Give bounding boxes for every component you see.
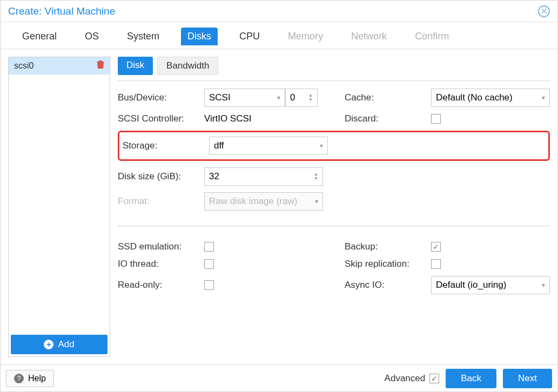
tab-cpu[interactable]: CPU [233,28,266,45]
disk-item-label: scsi0 [14,61,33,71]
field-disk-size: Disk size (GiB): 32 ▲▼ [118,167,323,186]
create-vm-dialog: Create: Virtual Machine ✕ General OS Sys… [0,0,558,392]
label-format: Format: [118,196,204,207]
form-grid: Bus/Device: SCSI ▾ 0 ▲▼ Cache: [118,89,550,294]
storage-value: dff [214,140,224,151]
chevron-down-icon: ▾ [320,142,323,150]
disk-size-input[interactable]: 32 ▲▼ [204,167,323,186]
disk-form: Disk Bandwidth Bus/Device: SCSI ▾ 0 ▲▼ [110,57,550,357]
dialog-footer: ? Help Advanced Back Next [1,364,557,391]
tab-confirm: Confirm [408,28,455,45]
label-async-io: Async IO: [345,280,431,290]
help-icon: ? [14,374,24,383]
subtab-bandwidth[interactable]: Bandwidth [157,57,218,75]
format-combo: Raw disk image (raw) ▾ [204,192,323,211]
bus-value: SCSI [209,92,231,103]
skip-replication-checkbox[interactable] [431,259,441,269]
field-scsi-controller: SCSI Controller: VirtIO SCSI [118,113,323,124]
discard-checkbox[interactable] [431,114,441,124]
label-backup: Backup: [345,241,431,252]
field-format: Format: Raw disk image (raw) ▾ [118,192,323,211]
disk-item-scsi0[interactable]: scsi0 [9,57,110,75]
ssd-checkbox[interactable] [204,242,214,252]
dialog-body: scsi0 + Add Disk Bandwidth Bus/Device: [1,49,557,364]
tab-os[interactable]: OS [78,28,105,45]
spinner-icon[interactable]: ▲▼ [314,172,318,181]
field-io-thread: IO thread: [118,259,323,269]
label-scsi-controller: SCSI Controller: [118,113,204,124]
tab-disks[interactable]: Disks [181,28,218,45]
io-thread-checkbox[interactable] [204,259,214,269]
titlebar: Create: Virtual Machine ✕ [1,1,557,22]
chevron-down-icon: ▾ [542,281,545,289]
label-read-only: Read-only: [118,280,204,290]
storage-combo[interactable]: dff ▾ [209,137,328,155]
async-io-combo[interactable]: Default (io_uring) ▾ [431,276,550,294]
device-number[interactable]: 0 ▲▼ [285,89,318,107]
disk-list: scsi0 [9,57,110,333]
advanced-toggle[interactable]: Advanced [385,373,440,384]
backup-checkbox[interactable] [431,242,441,252]
trash-icon[interactable] [97,60,104,71]
label-io-thread: IO thread: [118,259,204,269]
chevron-down-icon: ▾ [277,94,280,102]
format-value: Raw disk image (raw) [209,196,297,207]
device-value: 0 [290,92,295,103]
chevron-down-icon: ▾ [542,94,545,102]
cache-value: Default (No cache) [436,92,513,103]
field-ssd-emulation: SSD emulation: [118,241,323,252]
field-storage: Storage: dff ▾ [123,137,334,155]
label-ssd: SSD emulation: [118,241,204,252]
cache-combo[interactable]: Default (No cache) ▾ [431,89,550,107]
label-discard: Discard: [345,113,431,124]
field-discard: Discard: [345,113,550,124]
tab-network: Network [345,28,393,45]
help-label: Help [28,374,46,383]
dialog-title: Create: Virtual Machine [8,5,115,17]
field-skip-replication: Skip replication: [345,259,550,269]
chevron-down-icon: ▾ [315,198,318,205]
footer-right: Advanced Back Next [385,369,552,388]
wizard-tabs: General OS System Disks CPU Memory Netwo… [1,22,557,49]
field-cache: Cache: Default (No cache) ▾ [345,89,550,107]
label-bus-device: Bus/Device: [118,92,204,103]
storage-highlight: Storage: dff ▾ [118,131,550,161]
tab-system[interactable]: System [120,28,166,45]
field-bus-device: Bus/Device: SCSI ▾ 0 ▲▼ [118,89,323,107]
field-async-io: Async IO: Default (io_uring) ▾ [345,276,550,294]
tab-general[interactable]: General [16,28,63,45]
bus-combo[interactable]: SCSI ▾ [204,89,285,107]
help-button[interactable]: ? Help [6,370,54,387]
field-backup: Backup: [345,241,550,252]
add-label: Add [58,339,74,350]
label-disk-size: Disk size (GiB): [118,171,204,182]
field-read-only: Read-only: [118,280,323,290]
add-disk-button[interactable]: + Add [11,335,107,354]
read-only-checkbox[interactable] [204,280,214,290]
subtab-disk[interactable]: Disk [118,57,153,75]
label-skip-replication: Skip replication: [345,259,431,269]
subtabs: Disk Bandwidth [118,57,550,81]
close-icon[interactable]: ✕ [538,5,550,17]
tab-memory: Memory [281,28,330,45]
next-button[interactable]: Next [503,369,552,388]
label-cache: Cache: [345,92,431,103]
async-io-value: Default (io_uring) [436,280,506,290]
spinner-icon[interactable]: ▲▼ [308,93,313,102]
label-storage: Storage: [123,140,209,151]
advanced-checkbox[interactable] [429,374,439,383]
back-button[interactable]: Back [446,369,496,388]
disk-sidebar: scsi0 + Add [8,57,110,357]
plus-icon: + [44,340,53,349]
advanced-label: Advanced [385,373,426,384]
scsi-controller-value: VirtIO SCSI [204,113,252,124]
disk-size-value: 32 [209,171,219,182]
divider [118,226,550,226]
